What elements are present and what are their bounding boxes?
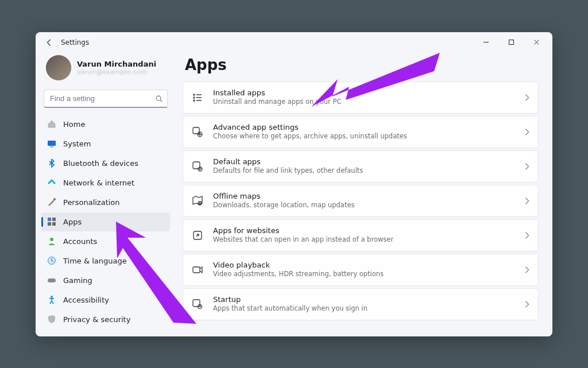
sidebar: Varun Mirchandani varun@example.com Home… — [36, 53, 176, 336]
sidebar-item-label: Privacy & security — [63, 315, 130, 324]
card-title: Offline maps — [213, 192, 354, 201]
profile[interactable]: Varun Mirchandani varun@example.com — [41, 53, 170, 86]
sidebar-item-network[interactable]: Network & internet — [41, 173, 170, 192]
svg-point-4 — [53, 198, 56, 200]
sidebar-item-privacy[interactable]: Privacy & security — [41, 310, 170, 329]
nav: Home System Bluetooth & devices Network … — [41, 115, 170, 329]
svg-point-1 — [156, 96, 161, 100]
default-apps-icon — [191, 160, 204, 173]
profile-email: varun@example.com — [77, 68, 156, 76]
sidebar-item-bluetooth[interactable]: Bluetooth & devices — [41, 154, 170, 173]
svg-point-12 — [51, 296, 53, 298]
card-offline-maps[interactable]: Offline maps Downloads, storage location… — [183, 185, 539, 217]
card-subtitle: Choose where to get apps, archive apps, … — [213, 132, 407, 141]
card-startup[interactable]: Startup Apps that start automatically wh… — [183, 288, 539, 320]
svg-point-14 — [194, 96, 195, 98]
card-title: Installed apps — [213, 88, 341, 98]
card-apps-for-websites[interactable]: Apps for websites Websites that can open… — [183, 219, 539, 251]
apps-icon — [47, 217, 56, 226]
home-icon — [47, 119, 56, 129]
svg-rect-5 — [48, 218, 51, 221]
sidebar-item-label: System — [63, 140, 91, 148]
main: Apps Installed apps Uninstall and manage… — [176, 53, 552, 336]
search-frame — [44, 90, 168, 108]
svg-rect-0 — [509, 40, 513, 45]
sidebar-item-label: Accessibility — [63, 296, 109, 304]
card-title: Advanced app settings — [213, 123, 407, 132]
sidebar-item-time[interactable]: Time & language — [41, 251, 170, 270]
card-subtitle: Defaults for file and link types, other … — [213, 166, 363, 175]
card-title: Default apps — [213, 157, 363, 166]
svg-rect-23 — [193, 300, 200, 307]
chevron-right-icon — [523, 197, 531, 205]
sidebar-item-label: Accounts — [63, 237, 97, 246]
card-title: Startup — [213, 295, 368, 304]
svg-point-13 — [194, 94, 195, 95]
chevron-right-icon — [523, 94, 531, 102]
accessibility-icon — [47, 295, 56, 304]
svg-rect-7 — [48, 222, 51, 226]
chevron-right-icon — [523, 231, 531, 239]
page-title: Apps — [183, 53, 539, 82]
svg-rect-8 — [52, 222, 56, 226]
system-icon — [47, 139, 56, 148]
card-title: Video playback — [213, 261, 384, 270]
maximize-button[interactable] — [498, 34, 524, 51]
shield-icon — [47, 315, 56, 324]
search-icon — [155, 95, 163, 103]
sidebar-item-gaming[interactable]: Gaming — [41, 271, 170, 290]
sidebar-item-accessibility[interactable]: Accessibility — [41, 290, 170, 309]
card-subtitle: Apps that start automatically when you s… — [213, 304, 368, 313]
sidebar-item-accounts[interactable]: Accounts — [41, 232, 170, 251]
sidebar-item-label: Network & internet — [63, 179, 134, 187]
minimize-button[interactable] — [473, 34, 498, 51]
sidebar-item-home[interactable]: Home — [41, 115, 170, 134]
window-title: Settings — [61, 38, 89, 47]
card-subtitle: Uninstall and manage apps on your PC — [213, 98, 341, 106]
gamepad-icon — [47, 276, 56, 285]
svg-rect-11 — [48, 278, 56, 282]
close-button[interactable] — [524, 34, 549, 51]
chevron-right-icon — [523, 266, 531, 274]
sidebar-item-apps[interactable]: Apps — [41, 212, 170, 231]
card-video-playback[interactable]: Video playback Video adjustments, HDR st… — [183, 254, 539, 286]
sidebar-item-label: Personalization — [63, 198, 120, 207]
card-default-apps[interactable]: Default apps Defaults for file and link … — [183, 150, 539, 183]
card-title: Apps for websites — [213, 226, 393, 235]
svg-point-15 — [194, 99, 195, 100]
search-input[interactable] — [44, 90, 168, 108]
sidebar-item-personalization[interactable]: Personalization — [41, 193, 170, 212]
sidebar-item-label: Gaming — [63, 276, 92, 285]
sidebar-item-system[interactable]: System — [41, 134, 170, 153]
svg-rect-3 — [50, 146, 53, 148]
card-advanced-settings[interactable]: Advanced app settings Choose where to ge… — [183, 116, 539, 148]
video-icon — [191, 264, 204, 276]
brush-icon — [47, 197, 56, 207]
sidebar-item-label: Time & language — [63, 257, 127, 265]
svg-rect-6 — [52, 218, 56, 221]
card-subtitle: Video adjustments, HDR streaming, batter… — [213, 270, 384, 278]
gear-app-icon — [191, 126, 204, 138]
titlebar: Settings — [36, 32, 552, 53]
list-icon — [191, 91, 204, 104]
sidebar-item-label: Apps — [63, 218, 82, 226]
startup-icon — [191, 298, 204, 311]
wifi-icon — [47, 178, 56, 187]
sidebar-item-label: Bluetooth & devices — [63, 159, 138, 168]
link-icon — [191, 229, 204, 242]
chevron-right-icon — [523, 300, 531, 308]
avatar — [46, 55, 71, 80]
back-button[interactable] — [44, 37, 55, 48]
profile-name: Varun Mirchandani — [77, 60, 156, 68]
map-icon — [191, 195, 204, 207]
card-subtitle: Downloads, storage location, map updates — [213, 201, 354, 210]
svg-rect-22 — [193, 267, 200, 273]
chevron-right-icon — [523, 162, 531, 171]
bluetooth-icon — [47, 158, 56, 168]
card-subtitle: Websites that can open in an app instead… — [213, 235, 393, 244]
settings-window: Settings Varun Mirchandani varun@example… — [36, 32, 552, 336]
person-icon — [47, 237, 56, 246]
svg-rect-2 — [48, 141, 56, 146]
card-installed-apps[interactable]: Installed apps Uninstall and manage apps… — [183, 82, 539, 114]
chevron-right-icon — [523, 128, 531, 136]
